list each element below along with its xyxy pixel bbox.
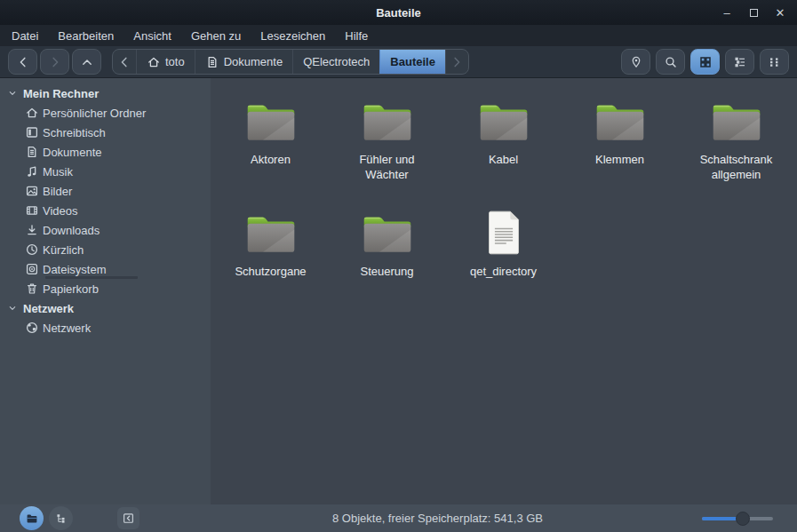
sidebar-item-dateisystem[interactable]: Dateisystem: [0, 259, 211, 279]
sidebar-item-downloads[interactable]: Downloads: [0, 220, 211, 240]
breadcrumb-item-qelectrotech[interactable]: QElectrotech: [292, 50, 379, 74]
breadcrumb-item-dokumente[interactable]: Dokumente: [195, 50, 292, 74]
menu-item-lesezeichen[interactable]: Lesezeichen: [251, 27, 335, 45]
sidebar-item-netzwerk[interactable]: Netzwerk: [0, 318, 211, 337]
statusbar: 8 Objekte, freier Speicherplatz: 541,3 G…: [0, 504, 797, 532]
sidebar-section-mein-rechner[interactable]: Mein Rechner: [0, 83, 211, 103]
file-item-schaltschrank-allgemein[interactable]: Schaltschrank allgemein: [678, 97, 794, 209]
file-item-aktoren[interactable]: Aktoren: [212, 97, 329, 209]
breadcrumb-label: toto: [165, 55, 185, 68]
zoom-slider-knob[interactable]: [736, 512, 750, 526]
breadcrumb-item-bauteile[interactable]: Bauteile: [379, 50, 445, 74]
view-compact-icon: [768, 55, 782, 69]
breadcrumb-scroll-left[interactable]: [113, 50, 136, 74]
sidebar-item-label: Downloads: [43, 224, 100, 237]
menu-item-bearbeiten[interactable]: Bearbeiten: [48, 27, 124, 45]
file-large-icon: [484, 209, 523, 257]
folder-large-icon: [594, 99, 646, 145]
sidebar-item-schreibtisch[interactable]: Schreibtisch: [0, 123, 211, 142]
image-icon: [25, 184, 39, 198]
sidebar-item-musik[interactable]: Musik: [0, 162, 211, 181]
search-icon: [664, 55, 678, 69]
folder-view: AktorenFühler und WächterKabelKlemmenSch…: [211, 78, 797, 504]
sidebar-section-label: Netzwerk: [23, 302, 74, 315]
view-grid-icon: [698, 55, 713, 69]
zoom-slider[interactable]: [702, 506, 773, 530]
globe-icon: [25, 321, 39, 335]
menu-item-gehen-zu[interactable]: Gehen zu: [181, 27, 251, 45]
chevron-left-icon: [16, 55, 30, 69]
detailed-list-view-button[interactable]: [725, 49, 754, 75]
menu-item-hilfe[interactable]: Hilfe: [335, 27, 378, 45]
breadcrumb-label: Bauteile: [390, 55, 435, 68]
file-item-schutzorgane[interactable]: Schutzorgane: [212, 209, 329, 321]
chevron-up-icon: [80, 55, 94, 69]
sidebar-item-persönlicher-ordner[interactable]: Persönlicher Ordner: [0, 103, 211, 123]
back-button[interactable]: [8, 49, 37, 75]
sidebar-item-bilder[interactable]: Bilder: [0, 181, 211, 201]
menu-item-ansicht[interactable]: Ansicht: [124, 27, 181, 45]
sidebar-item-label: Persönlicher Ordner: [43, 107, 146, 120]
show-places-button[interactable]: [20, 506, 44, 530]
breadcrumb-label: Dokumente: [224, 55, 283, 68]
toolbar: totoDokumenteQElectrotechBauteile: [0, 46, 797, 78]
window-controls: – ✕: [715, 0, 792, 25]
up-button[interactable]: [72, 49, 101, 75]
video-icon: [25, 203, 39, 218]
breadcrumb-label: QElectrotech: [303, 55, 370, 68]
sidebar-item-label: Dokumente: [43, 146, 101, 159]
sidebar-item-dokumente[interactable]: Dokumente: [0, 142, 211, 162]
file-grid: AktorenFühler und WächterKabelKlemmenSch…: [211, 78, 797, 321]
chevron-down-icon: [7, 303, 18, 314]
folder-large-icon: [362, 99, 413, 145]
icon-view-button[interactable]: [690, 49, 720, 75]
panel-collapse-button[interactable]: [117, 507, 139, 529]
location-pin-icon: [629, 55, 643, 69]
home-icon: [147, 55, 161, 69]
folder-large-icon: [478, 99, 530, 145]
sidebar-item-label: Musik: [43, 165, 73, 179]
status-text: 8 Objekte, freier Speicherplatz: 541,3 G…: [332, 512, 543, 525]
disk-icon: [25, 262, 39, 276]
file-label: Steuerung: [361, 265, 414, 280]
sidebar-item-label: Schreibtisch: [43, 126, 106, 139]
zoom-slider-track[interactable]: [702, 517, 773, 520]
sidebar-item-label: Dateisystem: [43, 263, 107, 276]
music-icon: [25, 164, 39, 179]
breadcrumb-item-toto[interactable]: toto: [136, 50, 195, 74]
sidebar-section-netzwerk[interactable]: Netzwerk: [0, 298, 211, 318]
filter-location-button[interactable]: [621, 49, 650, 75]
download-icon: [25, 223, 39, 237]
file-item-kabel[interactable]: Kabel: [445, 97, 562, 209]
file-item-steuerung[interactable]: Steuerung: [329, 209, 445, 321]
view-buttons: [621, 49, 789, 75]
places-folder-icon: [25, 512, 39, 526]
trash-icon: [25, 282, 39, 296]
search-button[interactable]: [656, 49, 685, 75]
panel-collapse-icon: [122, 512, 135, 525]
minimize-button[interactable]: –: [715, 2, 738, 23]
show-directory-tree-button[interactable]: [49, 506, 73, 530]
desktop-icon: [25, 125, 39, 139]
file-label: Schutzorgane: [235, 265, 306, 280]
folder-large-icon: [245, 210, 297, 257]
forward-button[interactable]: [40, 49, 69, 75]
compact-view-button[interactable]: [760, 49, 789, 75]
menu-item-datei[interactable]: Datei: [2, 27, 48, 45]
close-button[interactable]: ✕: [769, 2, 792, 23]
chevron-right-icon: [450, 55, 464, 69]
chevron-right-icon: [48, 55, 62, 69]
breadcrumb: totoDokumenteQElectrotechBauteile: [112, 49, 469, 75]
file-item-klemmen[interactable]: Klemmen: [562, 97, 678, 209]
file-item-qet-directory[interactable]: qet_directory: [445, 209, 562, 321]
sidebar-item-videos[interactable]: Videos: [0, 201, 211, 220]
maximize-button[interactable]: [742, 2, 765, 23]
folder-large-icon: [245, 99, 297, 145]
file-item-fühler-und-wächter[interactable]: Fühler und Wächter: [329, 97, 445, 209]
sidebar-item-kürzlich[interactable]: Kürzlich: [0, 240, 211, 259]
titlebar: Bauteile – ✕: [0, 0, 797, 25]
file-label: Aktoren: [251, 153, 291, 168]
file-label: qet_directory: [470, 265, 537, 280]
sidebar-item-papierkorb[interactable]: Papierkorb: [0, 279, 211, 298]
breadcrumb-scroll-right[interactable]: [445, 50, 468, 74]
